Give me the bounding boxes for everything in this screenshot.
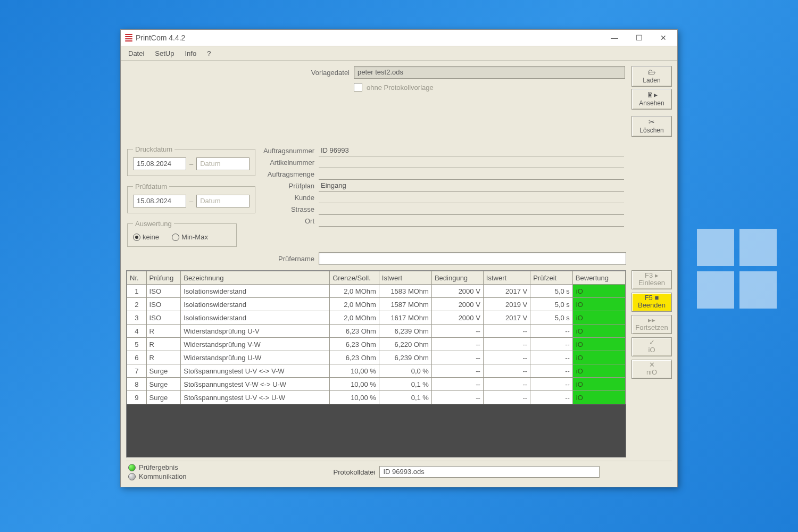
open-icon: 🗁: [632, 68, 671, 76]
cell-grenze: 10,00 %: [330, 378, 379, 391]
cell-pruefung: ISO: [146, 311, 181, 325]
druckdatum-from[interactable]: 15.08.2024: [133, 157, 186, 170]
auftragsmenge-label: Auftragsmenge: [245, 169, 314, 180]
io-button[interactable]: ✓ iO: [631, 337, 672, 356]
template-field[interactable]: peter test2.ods: [354, 66, 625, 79]
auftragsnummer-field[interactable]: ID 96993: [319, 145, 624, 156]
cell-pruefung: R: [146, 325, 181, 338]
cell-nr: 9: [127, 391, 147, 404]
statusbar: Prüfergebnis Kommunikation Protokolldate…: [126, 461, 672, 484]
cell-bezeichnung: Widerstandsprüfung U-V: [181, 325, 330, 338]
cell-nr: 8: [127, 378, 147, 391]
window-title: PrintCom 4.4.2: [136, 34, 603, 42]
pruefdatum-legend: Prüfdatum: [133, 182, 169, 190]
cell-bezeichnung: Isolationswiderstand: [181, 311, 330, 325]
f3-key-label: F3 ▸: [645, 271, 659, 279]
hdr-pruefung[interactable]: Prüfung: [146, 271, 181, 285]
radio-minmax[interactable]: [172, 234, 179, 241]
cell-istwert1: 6,239 Ohm: [379, 325, 431, 338]
hdr-bewertung[interactable]: Bewertung: [572, 271, 625, 285]
menu-info[interactable]: Info: [181, 48, 201, 59]
hdr-bezeichnung[interactable]: Bezeichnung: [181, 271, 330, 285]
hdr-grenze[interactable]: Grenze/Soll.: [330, 271, 379, 285]
table-row[interactable]: 4RWiderstandsprüfung U-V6,23 Ohm6,239 Oh…: [127, 325, 626, 338]
cell-bedingung: 2000 V: [431, 298, 483, 311]
template-label: Vorlagedatei: [296, 69, 354, 77]
table-row[interactable]: 6RWiderstandsprüfung U-W6,23 Ohm6,239 Oh…: [127, 351, 626, 364]
loeschen-button[interactable]: ✂ Löschen: [631, 116, 672, 137]
windows-logo: [697, 229, 777, 309]
table-row[interactable]: 9SurgeStoßspannungstest U-V <-> U-W10,00…: [127, 391, 626, 404]
cell-istwert2: --: [483, 338, 530, 351]
hdr-nr[interactable]: Nr.: [127, 271, 147, 285]
table-row[interactable]: 8SurgeStoßspannungstest V-W <-> U-W10,00…: [127, 378, 626, 391]
cell-nr: 7: [127, 364, 147, 378]
cell-bedingung: --: [431, 325, 483, 338]
cell-istwert1: 6,239 Ohm: [379, 351, 431, 364]
menu-setup[interactable]: SetUp: [151, 48, 178, 59]
hdr-pruefzeit[interactable]: Prüfzeit: [530, 271, 573, 285]
cell-bedingung: 2000 V: [431, 311, 483, 325]
pruefdatum-from[interactable]: 15.08.2024: [133, 195, 186, 207]
table-row[interactable]: 1ISOIsolationswiderstand2,0 MOhm1583 MOh…: [127, 285, 626, 298]
ort-field[interactable]: [319, 215, 624, 227]
cell-pruefzeit: --: [530, 325, 573, 338]
menubar: Datei SetUp Info ?: [121, 46, 677, 61]
ansehen-button[interactable]: 🗎▸ Ansehen: [631, 89, 672, 110]
laden-button[interactable]: 🗁 Laden: [631, 66, 672, 87]
menu-datei[interactable]: Datei: [124, 48, 148, 59]
artikelnummer-field[interactable]: [319, 157, 624, 168]
cell-bezeichnung: Widerstandsprüfung V-W: [181, 338, 330, 351]
auswertung-group: Auswertung keine Min-Max: [127, 220, 237, 247]
cell-bezeichnung: Stoßspannungstest V-W <-> U-W: [181, 378, 330, 391]
cell-istwert2: --: [483, 364, 530, 378]
cell-bedingung: --: [431, 364, 483, 378]
nio-button[interactable]: ✕ niO: [631, 360, 672, 379]
cell-bewertung: iO: [572, 351, 625, 364]
artikelnummer-label: Artikelnummer: [245, 157, 314, 169]
cell-pruefzeit: 5,0 s: [530, 285, 573, 298]
pruefdatum-to[interactable]: Datum: [196, 195, 250, 207]
cell-grenze: 2,0 MOhm: [330, 311, 379, 325]
ohne-protokoll-label: ohne Protokollvorlage: [367, 84, 434, 92]
cell-bewertung: iO: [572, 338, 625, 351]
cell-bewertung: iO: [572, 391, 625, 404]
minimize-button[interactable]: —: [603, 31, 626, 45]
protokolldatei-field[interactable]: ID 96993.ods: [379, 466, 600, 478]
close-button[interactable]: ✕: [652, 31, 675, 45]
ohne-protokoll-checkbox[interactable]: [354, 83, 362, 92]
beenden-button[interactable]: F5 ■ Beenden: [631, 293, 672, 312]
radio-keine[interactable]: [133, 234, 140, 241]
cell-grenze: 6,23 Ohm: [330, 338, 379, 351]
cell-istwert2: 2017 V: [483, 285, 530, 298]
cell-istwert1: 0,1 %: [379, 391, 431, 404]
cell-pruefung: Surge: [146, 391, 181, 404]
kunde-field[interactable]: [319, 192, 624, 203]
pruefergebnis-led: [128, 464, 136, 471]
kommunikation-label: Kommunikation: [139, 472, 187, 480]
results-table: Nr. Prüfung Bezeichnung Grenze/Soll. Ist…: [127, 271, 626, 404]
table-row[interactable]: 2ISOIsolationswiderstand2,0 MOhm1587 MOh…: [127, 298, 626, 311]
auftragsmenge-field[interactable]: [319, 169, 624, 180]
pruefplan-field[interactable]: Eingang: [319, 180, 624, 192]
hdr-bedingung[interactable]: Bedingung: [431, 271, 483, 285]
einlesen-button[interactable]: F3 ▸ Einlesen: [631, 270, 672, 289]
hdr-istwert2[interactable]: Istwert: [483, 271, 530, 285]
pruefdatum-group: Prüfdatum 15.08.2024 – Datum: [127, 182, 255, 213]
table-row[interactable]: 3ISOIsolationswiderstand2,0 MOhm1617 MOh…: [127, 311, 626, 325]
cell-bewertung: iO: [572, 325, 625, 338]
fortsetzen-button[interactable]: ▸▸ Fortsetzen: [631, 315, 672, 334]
table-row[interactable]: 5RWiderstandsprüfung V-W6,23 Ohm6,220 Oh…: [127, 338, 626, 351]
cell-grenze: 2,0 MOhm: [330, 285, 379, 298]
cell-pruefzeit: 5,0 s: [530, 311, 573, 325]
cell-istwert2: --: [483, 391, 530, 404]
hdr-istwert1[interactable]: Istwert: [379, 271, 431, 285]
titlebar: PrintCom 4.4.2 — ☐ ✕: [121, 30, 677, 46]
strasse-field[interactable]: [319, 204, 624, 215]
druckdatum-to[interactable]: Datum: [196, 157, 250, 170]
maximize-button[interactable]: ☐: [627, 31, 651, 45]
pruefername-label: Prüfername: [245, 255, 319, 263]
table-row[interactable]: 7SurgeStoßspannungstest U-V <-> V-W10,00…: [127, 364, 626, 378]
pruefername-field[interactable]: [319, 252, 626, 265]
menu-help[interactable]: ?: [203, 48, 215, 59]
